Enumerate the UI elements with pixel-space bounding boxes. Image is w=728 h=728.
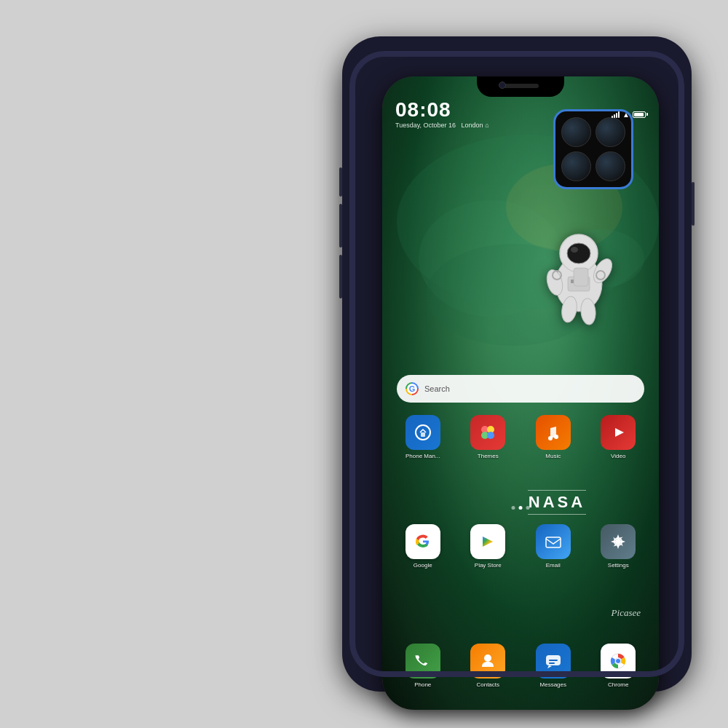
- location-icon: ⌂: [485, 122, 488, 129]
- nasa-text-container: NASA: [528, 488, 586, 517]
- app-video[interactable]: Video: [589, 415, 649, 459]
- music-icon: [536, 415, 571, 450]
- astronaut-svg: [531, 218, 626, 328]
- svg-point-25: [548, 436, 553, 440]
- video-icon: [601, 415, 636, 450]
- svg-point-2: [567, 243, 590, 264]
- svg-point-26: [554, 435, 558, 439]
- notch: [477, 76, 564, 97]
- date-display: Tuesday, October 16 London ⌂: [395, 122, 489, 129]
- scene: NASA Picasee: [0, 0, 728, 728]
- dock-messages-icon: [536, 644, 571, 678]
- dock-phone[interactable]: Phone: [393, 644, 453, 688]
- camera-lens-4: [596, 151, 625, 181]
- app-play-store[interactable]: Play Store: [459, 524, 518, 569]
- themes-label: Themes: [478, 453, 499, 459]
- status-left: 08:08 Tuesday, October 16 London ⌂: [395, 100, 489, 129]
- wifi-icon: ▲: [622, 111, 630, 119]
- svg-point-31: [617, 540, 620, 544]
- picasee-brand: Picasee: [612, 607, 641, 619]
- signal-bar-3: [616, 113, 617, 118]
- time-display: 08:08: [395, 100, 489, 120]
- battery-icon: [633, 111, 646, 118]
- camera-lens-3: [561, 151, 591, 181]
- mute-switch[interactable]: [339, 255, 342, 298]
- status-right: ▲: [612, 111, 646, 119]
- email-label: Email: [546, 562, 561, 569]
- dock-chrome-label: Chrome: [608, 681, 628, 688]
- status-bar: 08:08 Tuesday, October 16 London ⌂: [395, 100, 646, 129]
- svg-rect-11: [574, 268, 588, 286]
- astronaut-container: [531, 218, 626, 328]
- page-dots: [512, 506, 530, 510]
- settings-label: Settings: [608, 562, 629, 569]
- date-text: Tuesday, October 16: [395, 122, 456, 129]
- dock-messages[interactable]: Messages: [523, 644, 583, 688]
- dot-2: [519, 506, 523, 510]
- dot-1: [512, 506, 515, 510]
- phone-manager-icon: [405, 415, 440, 450]
- volume-down-button[interactable]: [339, 204, 342, 248]
- apps-grid-row2: Google: [393, 524, 648, 569]
- dock-messages-label: Messages: [540, 681, 566, 688]
- signal-bars: [612, 111, 620, 118]
- volume-up-button[interactable]: [339, 167, 342, 197]
- svg-rect-34: [549, 660, 558, 661]
- signal-bar-2: [614, 114, 615, 118]
- signal-bar-4: [618, 111, 620, 118]
- music-label: Music: [545, 453, 561, 459]
- app-settings[interactable]: Settings: [589, 524, 649, 569]
- playstore-icon: [470, 524, 505, 559]
- dock-contacts-label: Contacts: [476, 681, 499, 688]
- nasa-line-top: [528, 490, 586, 491]
- dock-phone-icon: [405, 644, 440, 678]
- google-label: Google: [414, 562, 432, 569]
- dock-phone-label: Phone: [414, 681, 431, 688]
- dock-contacts[interactable]: Contacts: [459, 644, 518, 688]
- svg-point-32: [484, 654, 491, 662]
- settings-icon: [601, 524, 636, 559]
- nasa-line-bottom: [528, 514, 586, 515]
- google-icon: [405, 524, 440, 559]
- themes-icon: [470, 415, 505, 450]
- video-label: Video: [611, 453, 625, 459]
- search-bar[interactable]: G Search: [397, 375, 644, 403]
- dock-chrome[interactable]: Chrome: [589, 644, 649, 688]
- location-text: London: [462, 122, 483, 129]
- search-placeholder: Search: [424, 384, 450, 393]
- svg-rect-35: [549, 662, 555, 664]
- play-store-label: Play Store: [475, 562, 502, 569]
- svg-point-3: [571, 247, 578, 253]
- dock-chrome-icon: [601, 644, 636, 678]
- phone-manager-label: Phone Man...: [405, 453, 440, 459]
- battery-fill: [634, 113, 644, 116]
- apps-grid-row1: Phone Man... Themes: [393, 415, 648, 459]
- speaker: [502, 84, 539, 88]
- google-g-logo: G: [405, 382, 419, 395]
- app-music[interactable]: Music: [523, 415, 583, 459]
- email-icon: [536, 524, 571, 559]
- nasa-logo: NASA: [528, 493, 586, 512]
- svg-point-39: [616, 659, 620, 663]
- app-phone-manager[interactable]: Phone Man...: [393, 415, 453, 459]
- bottom-dock: Phone Contacts: [393, 644, 648, 688]
- svg-marker-27: [615, 428, 624, 437]
- front-camera: [499, 82, 506, 89]
- app-themes[interactable]: Themes: [459, 415, 518, 459]
- svg-rect-20: [421, 432, 425, 437]
- svg-point-24: [487, 432, 494, 439]
- svg-rect-28: [546, 537, 561, 547]
- dock-contacts-icon: [470, 644, 505, 678]
- signal-bar-1: [612, 116, 613, 118]
- app-email[interactable]: Email: [523, 524, 583, 569]
- phone-case: 08:08 Tuesday, October 16 London ⌂: [342, 36, 692, 692]
- app-google[interactable]: Google: [393, 524, 453, 569]
- power-button[interactable]: [692, 182, 695, 226]
